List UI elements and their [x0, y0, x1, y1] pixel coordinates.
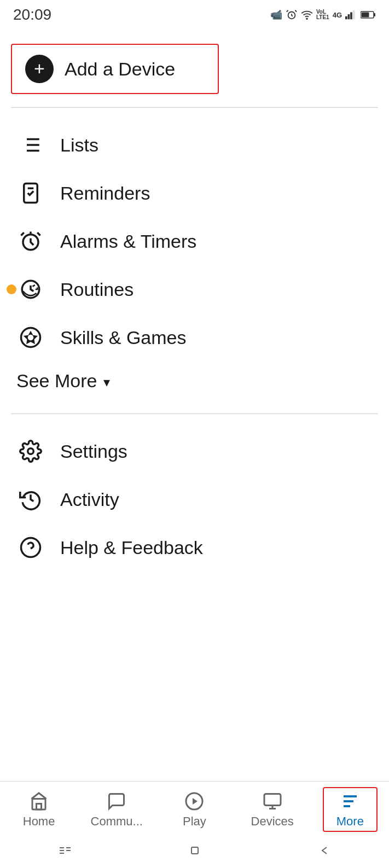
play-nav-label: Play	[183, 814, 206, 829]
help-label: Help & Feedback	[60, 537, 203, 558]
bottom-spacer	[0, 572, 389, 681]
status-time: 20:09	[13, 6, 51, 24]
reminders-label: Reminders	[60, 183, 150, 204]
svg-rect-4	[345, 16, 347, 20]
divider-top	[11, 107, 378, 108]
svg-rect-5	[348, 14, 350, 19]
chevron-down-icon: ▾	[103, 375, 110, 390]
menu-item-settings[interactable]: Settings	[11, 427, 378, 475]
history-icon	[16, 485, 45, 514]
android-home-button[interactable]	[185, 841, 205, 860]
svg-rect-33	[37, 804, 42, 810]
play-nav-icon	[183, 790, 205, 812]
communicate-nav-label: Commu...	[91, 814, 143, 829]
nav-item-more[interactable]: More	[323, 787, 378, 832]
devices-nav-label: Devices	[251, 814, 294, 829]
menu-item-reminders[interactable]: Reminders	[11, 169, 378, 217]
gear-icon	[16, 437, 45, 465]
4g-icon: 4G	[333, 11, 342, 19]
add-device-label: Add a Device	[65, 59, 175, 80]
svg-rect-9	[374, 13, 375, 16]
svg-point-26	[28, 335, 34, 341]
routines-notification-dot	[7, 284, 16, 294]
svg-rect-50	[191, 847, 198, 854]
svg-rect-48	[66, 847, 71, 848]
lists-label: Lists	[60, 135, 98, 156]
menu-list: Lists Reminders Alarms & Timers	[0, 121, 389, 362]
more-nav-label: More	[336, 814, 364, 829]
menu-item-alarms[interactable]: Alarms & Timers	[11, 217, 378, 265]
nav-item-play[interactable]: Play	[167, 790, 222, 829]
svg-rect-49	[66, 850, 71, 851]
routines-label: Routines	[60, 279, 133, 300]
svg-rect-10	[362, 13, 369, 18]
list-icon	[16, 131, 45, 159]
android-recent-button[interactable]	[55, 841, 75, 860]
home-nav-label: Home	[23, 814, 55, 829]
menu-item-help[interactable]: Help & Feedback	[11, 523, 378, 572]
svg-point-3	[306, 18, 307, 19]
bottom-nav: Home Commu... Play	[0, 781, 389, 868]
svg-line-1	[287, 10, 288, 12]
svg-rect-47	[60, 853, 64, 854]
signal-icon	[345, 10, 357, 20]
network-icon: VoL LTE1	[316, 9, 329, 20]
menu-item-activity[interactable]: Activity	[11, 475, 378, 523]
alarms-label: Alarms & Timers	[60, 231, 196, 252]
camera-icon: 📹	[270, 9, 282, 21]
see-more-button[interactable]: See More ▾	[0, 362, 389, 400]
svg-line-21	[37, 232, 40, 235]
more-nav-icon	[339, 790, 361, 812]
settings-list: Settings Activity Help & Feedback	[0, 427, 389, 572]
add-device-icon: +	[25, 55, 54, 83]
svg-point-27	[28, 448, 34, 455]
nav-item-devices[interactable]: Devices	[245, 790, 300, 829]
alarm-icon	[286, 9, 298, 21]
nav-item-communicate[interactable]: Commu...	[89, 790, 144, 829]
add-device-button[interactable]: + Add a Device	[11, 44, 219, 94]
svg-line-2	[295, 10, 297, 12]
help-icon	[16, 533, 45, 562]
alarm-timers-icon	[16, 227, 45, 255]
android-nav-bar	[0, 835, 389, 868]
android-back-button[interactable]	[315, 841, 334, 860]
svg-rect-6	[350, 12, 352, 19]
wifi-icon	[301, 9, 313, 21]
home-nav-icon	[28, 790, 50, 812]
devices-nav-icon	[262, 790, 283, 812]
settings-label: Settings	[60, 441, 127, 462]
menu-item-skills[interactable]: Skills & Games	[11, 313, 378, 362]
plus-icon: +	[34, 59, 45, 78]
svg-marker-38	[193, 798, 198, 805]
skills-label: Skills & Games	[60, 327, 187, 348]
routines-icon	[16, 275, 45, 304]
svg-rect-45	[60, 847, 64, 848]
svg-line-20	[21, 232, 24, 235]
skills-icon	[16, 323, 45, 352]
divider-middle	[11, 413, 378, 414]
activity-label: Activity	[60, 489, 119, 510]
see-more-label: See More	[16, 370, 97, 392]
svg-rect-39	[264, 794, 281, 806]
svg-rect-46	[60, 850, 64, 851]
nav-item-home[interactable]: Home	[11, 790, 66, 829]
reminders-icon	[16, 179, 45, 207]
nav-items: Home Commu... Play	[0, 782, 389, 835]
status-icons: 📹 VoL LTE1 4G	[270, 9, 376, 21]
menu-item-routines[interactable]: Routines	[11, 265, 378, 313]
communicate-nav-icon	[106, 790, 127, 812]
status-bar: 20:09 📹 VoL LTE1 4G	[0, 0, 389, 27]
battery-icon	[361, 10, 376, 19]
svg-rect-7	[353, 10, 355, 20]
menu-item-lists[interactable]: Lists	[11, 121, 378, 169]
